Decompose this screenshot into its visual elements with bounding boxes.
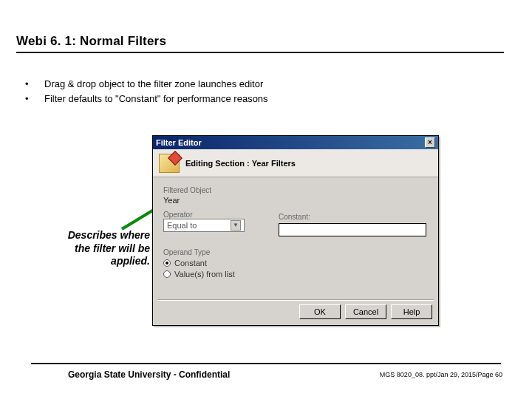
dialog-titlebar[interactable]: Filter Editor ×: [153, 136, 438, 149]
filtered-object-label: Filtered Object: [163, 186, 429, 194]
help-button[interactable]: Help: [391, 304, 432, 319]
radio-constant[interactable]: Constant: [163, 259, 429, 267]
edit-filter-icon: [159, 154, 180, 173]
slide-title: Webi 6. 1: Normal Filters: [16, 34, 166, 49]
chevron-down-icon[interactable]: ▼: [231, 220, 241, 231]
constant-input[interactable]: [279, 223, 426, 236]
dialog-header: Editing Section : Year Filters: [153, 149, 438, 177]
title-underline: [16, 52, 504, 53]
constant-label: Constant:: [279, 213, 426, 221]
bullet-text: Filter defaults to "Constant" for perfor…: [44, 92, 268, 106]
footer-left-text: Georgia State University - Confidential: [68, 369, 230, 380]
footer-right-text: MGS 8020_08. ppt/Jan 29, 2015/Page 60: [380, 371, 502, 378]
list-item: • Filter defaults to "Constant" for perf…: [25, 92, 268, 106]
filter-editor-dialog: Filter Editor × Editing Section : Year F…: [152, 135, 439, 326]
ok-button[interactable]: OK: [299, 304, 341, 319]
radio-icon: [163, 270, 171, 278]
cancel-button[interactable]: Cancel: [345, 304, 386, 319]
filtered-object-value: Year: [163, 196, 429, 205]
bullet-list: • Drag & drop object to the filter zone …: [25, 77, 268, 106]
dialog-body: Filtered Object Year Operator Equal to ▼…: [153, 177, 438, 303]
separator: [157, 299, 434, 300]
callout-text: Describes where the filter will be appli…: [65, 229, 150, 268]
bullet-dot-icon: •: [25, 77, 44, 92]
close-icon[interactable]: ×: [425, 137, 435, 148]
radio-constant-label: Constant: [174, 259, 207, 267]
operator-select[interactable]: Equal to ▼: [163, 219, 245, 232]
footer-rule: [31, 363, 501, 364]
dialog-header-text: Editing Section : Year Filters: [185, 159, 296, 168]
bullet-text: Drag & drop object to the filter zone la…: [44, 77, 263, 92]
list-item: • Drag & drop object to the filter zone …: [25, 77, 268, 92]
radio-icon: [163, 259, 171, 267]
operand-type-label: Operand Type: [163, 248, 429, 256]
dialog-title: Filter Editor: [156, 138, 202, 147]
bullet-dot-icon: •: [25, 92, 44, 106]
operator-select-value: Equal to: [167, 221, 197, 230]
dialog-button-row: OK Cancel Help: [299, 304, 432, 319]
radio-values-from-list[interactable]: Value(s) from list: [163, 270, 429, 279]
radio-values-label: Value(s) from list: [174, 270, 235, 279]
